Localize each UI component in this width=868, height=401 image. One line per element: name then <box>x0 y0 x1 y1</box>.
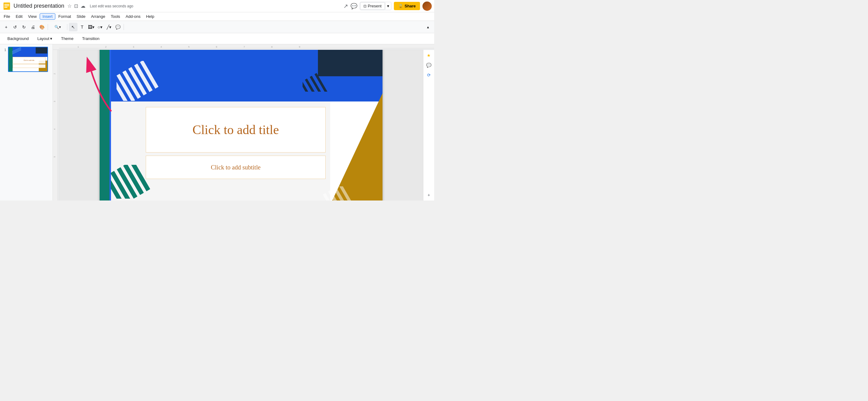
svg-rect-1 <box>4 4 9 5</box>
svg-text:6: 6 <box>216 45 217 48</box>
menu-help[interactable]: Help <box>144 13 157 19</box>
svg-text:5: 5 <box>54 156 56 157</box>
svg-text:1: 1 <box>78 45 79 48</box>
right-panel: ★ 💬 ⟳ + <box>423 50 434 201</box>
undo-btn[interactable]: ↺ <box>11 23 19 31</box>
svg-rect-3 <box>4 7 8 7</box>
separator-3 <box>124 24 124 30</box>
toolbar: + ↺ ↻ 🖨 🎨 🔍▾ ↖ T 🖼▾ ○▾ ╱▾ 💬 ▲ <box>0 21 434 33</box>
svg-text:2: 2 <box>54 73 56 74</box>
toolbar-group-tools: ↖ T 🖼▾ ○▾ ╱▾ 💬 <box>69 23 122 31</box>
svg-rect-2 <box>4 5 9 6</box>
transition-btn[interactable]: Transition <box>79 35 103 42</box>
menu-tools[interactable]: Tools <box>108 13 122 19</box>
comment-icon[interactable]: 💬 <box>350 3 357 9</box>
canvas-wrapper: 1 2 3 4 5 6 7 8 9 2 3 4 5 <box>53 44 434 201</box>
layout-label: Layout <box>37 36 49 41</box>
svg-text:4: 4 <box>160 45 162 48</box>
theme-btn[interactable]: Theme <box>57 35 77 42</box>
last-edit-status: Last edit was seconds ago <box>90 4 133 8</box>
app-logo <box>2 2 11 10</box>
menu-addons[interactable]: Add-ons <box>123 13 143 19</box>
svg-text:8: 8 <box>271 45 273 48</box>
explore-icon[interactable]: ★ <box>425 51 433 60</box>
menu-slide[interactable]: Slide <box>74 13 88 19</box>
add-slide-btn[interactable]: + <box>2 23 10 31</box>
menu-bar: File Edit View Insert Format Slide Arran… <box>0 12 434 21</box>
slide-workspace: Click to add title Click to add subtitle <box>59 50 423 201</box>
user-avatar[interactable] <box>423 2 432 11</box>
image-btn[interactable]: 🖼▾ <box>87 23 95 31</box>
toolbar-group-zoom: 🔍▾ <box>50 23 65 31</box>
toolbar-group-file: + ↺ ↻ 🖨 🎨 <box>2 23 46 31</box>
slide-mini-preview: Click to add title <box>9 48 48 71</box>
menu-view[interactable]: View <box>26 13 39 19</box>
shapes-btn[interactable]: ○▾ <box>96 23 104 31</box>
collapse-btn[interactable]: ▲ <box>424 23 432 31</box>
present-button[interactable]: ⊡ Present <box>360 2 385 10</box>
star-icon[interactable]: ☆ <box>67 3 72 9</box>
sync-icon[interactable]: ⟳ <box>425 71 433 79</box>
slide-title-box[interactable]: Click to add title <box>146 107 326 153</box>
top-ruler: 1 2 3 4 5 6 7 8 9 <box>53 44 434 50</box>
left-ruler-marks: 2 3 4 5 <box>53 50 59 201</box>
folder-icon[interactable]: ⊡ <box>74 3 78 9</box>
layout-arrow: ▾ <box>50 36 52 41</box>
slide-subtitle-text[interactable]: Click to add subtitle <box>211 164 261 171</box>
menu-format[interactable]: Format <box>56 13 73 19</box>
teal-border <box>100 50 110 201</box>
slide-number: 1 <box>2 48 6 52</box>
cloud-icon[interactable]: ☁ <box>81 3 86 9</box>
slide-title-text[interactable]: Click to add title <box>192 122 279 137</box>
left-ruler: 2 3 4 5 <box>53 50 59 201</box>
present-dropdown-button[interactable]: ▾ <box>385 2 391 9</box>
toolbar-right: ▲ <box>424 23 432 31</box>
svg-text:9: 9 <box>299 45 301 48</box>
svg-text:5: 5 <box>188 45 190 48</box>
text-box-btn[interactable]: T <box>78 23 86 31</box>
separator-1 <box>48 24 48 30</box>
slide-thumbnail-container: 1 Click to add title <box>2 47 51 72</box>
menu-edit[interactable]: Edit <box>13 13 25 19</box>
ruler-canvas-row: 2 3 4 5 <box>53 50 434 201</box>
menu-arrange[interactable]: Arrange <box>89 13 107 19</box>
presentation-slide[interactable]: Click to add title Click to add subtitle <box>100 50 382 201</box>
layout-btn[interactable]: Layout ▾ <box>33 35 56 42</box>
chat-icon[interactable]: 💬 <box>425 61 433 69</box>
slide-toolbar: Background Layout ▾ Theme Transition <box>0 33 434 44</box>
print-btn[interactable]: 🖨 <box>29 23 37 31</box>
slide-subtitle-box[interactable]: Click to add subtitle <box>146 156 326 179</box>
title-bar-right: ↗ 💬 ⊡ Present ▾ 🔒 Share <box>343 2 432 11</box>
svg-text:2: 2 <box>105 45 107 48</box>
redo-btn[interactable]: ↻ <box>20 23 28 31</box>
menu-insert[interactable]: Insert <box>40 13 55 20</box>
paint-format-btn[interactable]: 🎨 <box>37 23 46 31</box>
main-area: 1 Click to add title <box>0 44 434 201</box>
svg-text:4: 4 <box>54 128 56 130</box>
slide-panel: 1 Click to add title <box>0 44 53 201</box>
title-bar: Untitled presentation ☆ ⊡ ☁ Last edit wa… <box>0 0 434 12</box>
cursor-btn[interactable]: ↖ <box>69 23 78 31</box>
menu-file[interactable]: File <box>1 13 12 19</box>
share-button[interactable]: 🔒 Share <box>394 2 420 10</box>
gold-stripes-bottom <box>321 186 382 201</box>
trending-icon[interactable]: ↗ <box>343 3 348 9</box>
ruler-marks: 1 2 3 4 5 6 7 8 9 <box>59 44 434 50</box>
zoom-btn[interactable]: 🔍▾ <box>50 23 65 31</box>
separator-2 <box>67 24 67 30</box>
svg-text:7: 7 <box>244 45 245 48</box>
background-btn[interactable]: Background <box>4 35 32 42</box>
svg-text:3: 3 <box>133 45 134 48</box>
lines-btn[interactable]: ╱▾ <box>104 23 113 31</box>
slide-thumbnail[interactable]: Click to add title <box>8 47 48 72</box>
presentation-title[interactable]: Untitled presentation <box>13 3 64 9</box>
svg-text:3: 3 <box>54 101 56 102</box>
expand-icon[interactable]: + <box>425 191 433 199</box>
comment-btn[interactable]: 💬 <box>114 23 122 31</box>
